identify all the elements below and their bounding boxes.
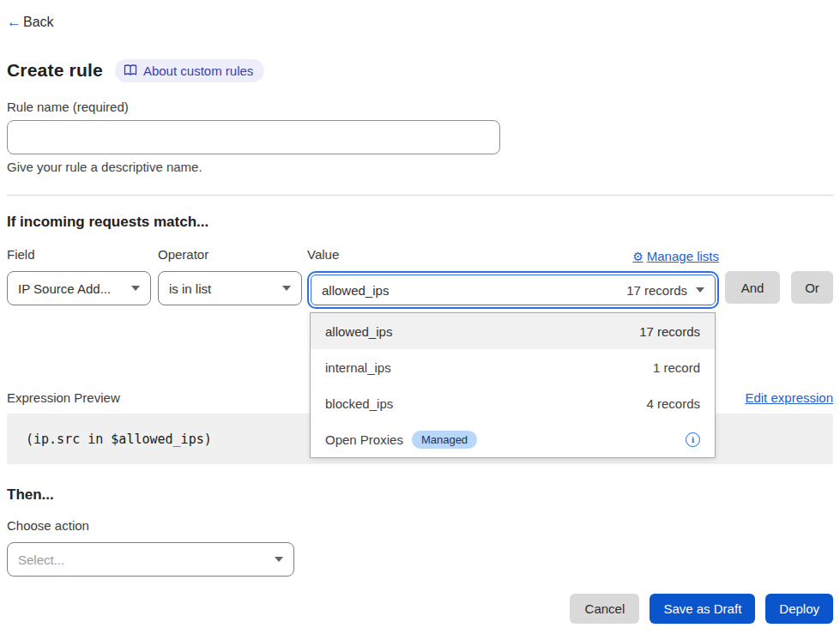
value-select-selected: allowed_ips (322, 283, 389, 298)
value-select-focus-ring: allowed_ips 17 records (307, 271, 719, 309)
and-button[interactable]: And (725, 271, 780, 304)
back-arrow-icon (7, 14, 21, 31)
chevron-down-icon (131, 286, 140, 291)
andor-buttons: And Or (725, 247, 833, 304)
expression-code: (ip.src in $allowed_ips) (26, 432, 212, 447)
field-column: Field IP Source Add... (7, 247, 151, 305)
value-column: Value Manage lists allowed_ips 17 record… (307, 247, 719, 309)
list-item-records: 17 records (639, 324, 700, 339)
chevron-down-icon (282, 286, 291, 291)
edit-expression-link[interactable]: Edit expression (745, 390, 833, 405)
operator-select-value: is in list (169, 281, 274, 296)
back-label: Back (23, 15, 54, 30)
gear-icon (632, 249, 644, 263)
chevron-down-icon (696, 287, 704, 293)
operator-label: Operator (158, 247, 302, 264)
action-select-placeholder: Select... (18, 552, 266, 567)
choose-action-label: Choose action (7, 518, 833, 535)
field-select[interactable]: IP Source Add... (7, 271, 151, 305)
value-select[interactable]: allowed_ips 17 records (311, 275, 716, 305)
save-as-draft-button[interactable]: Save as Draft (650, 594, 755, 624)
about-badge-label: About custom rules (143, 63, 253, 78)
manage-lists-link[interactable]: Manage lists (632, 249, 719, 263)
rule-name-input[interactable] (7, 120, 500, 154)
create-rule-page: Back Create rule About custom rules Rule… (0, 0, 840, 634)
field-label: Field (7, 247, 151, 264)
operator-column: Operator is in list (158, 247, 302, 305)
value-select-records: 17 records (626, 283, 687, 298)
about-custom-rules-badge[interactable]: About custom rules (115, 59, 264, 82)
back-row: Back (7, 0, 833, 33)
list-item-open-proxies[interactable]: Open Proxies Managed (311, 421, 715, 457)
book-icon (124, 64, 137, 76)
list-item-allowed-ips[interactable]: allowed_ips 17 records (311, 313, 715, 349)
header: Create rule About custom rules (7, 57, 833, 84)
info-icon[interactable] (686, 432, 700, 447)
section-divider (7, 195, 833, 196)
cancel-button[interactable]: Cancel (570, 594, 639, 624)
field-select-value: IP Source Add... (18, 281, 123, 296)
match-heading: If incoming requests match... (7, 214, 833, 234)
footer-actions: Cancel Save as Draft Deploy (7, 594, 833, 624)
back-link[interactable]: Back (7, 14, 54, 31)
managed-badge: Managed (412, 431, 477, 449)
operator-select[interactable]: is in list (158, 271, 302, 305)
condition-row: Field IP Source Add... Operator is in li… (7, 247, 833, 309)
list-item-name: internal_ips (325, 360, 391, 375)
list-item-name: allowed_ips (325, 324, 392, 339)
action-select[interactable]: Select... (7, 542, 294, 577)
list-dropdown: allowed_ips 17 records internal_ips 1 re… (310, 312, 716, 458)
rule-name-label: Rule name (required) (7, 100, 833, 117)
list-item-name: Open Proxies (325, 432, 403, 447)
list-item-records: 1 record (653, 360, 700, 375)
chevron-down-icon (275, 557, 283, 562)
value-label: Value (307, 247, 339, 264)
list-item-internal-ips[interactable]: internal_ips 1 record (311, 349, 715, 385)
list-item-name: blocked_ips (325, 396, 393, 411)
or-button[interactable]: Or (791, 271, 833, 304)
manage-lists-label: Manage lists (647, 249, 719, 263)
page-title: Create rule (7, 60, 103, 81)
list-item-records: 4 records (646, 396, 700, 411)
expression-preview-label: Expression Preview (7, 390, 120, 405)
deploy-button[interactable]: Deploy (765, 594, 833, 624)
then-heading: Then... (7, 486, 833, 507)
list-item-blocked-ips[interactable]: blocked_ips 4 records (311, 385, 715, 421)
rule-name-helper: Give your rule a descriptive name. (7, 160, 833, 177)
